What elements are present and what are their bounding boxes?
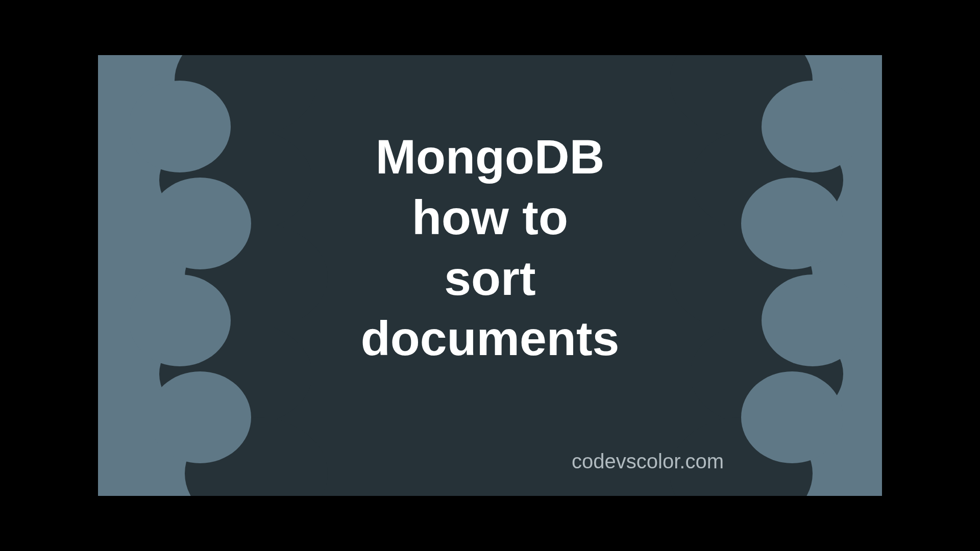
title-line-4: documents (98, 308, 882, 369)
banner-title: MongoDB how to sort documents (98, 127, 882, 369)
title-line-1: MongoDB (98, 127, 882, 187)
title-line-3: sort (98, 248, 882, 309)
title-line-2: how to (98, 187, 882, 248)
cut-right (741, 371, 843, 463)
cut-left (149, 371, 251, 463)
banner-canvas: MongoDB how to sort documents codevscolo… (98, 55, 882, 496)
watermark-text: codevscolor.com (572, 450, 724, 473)
